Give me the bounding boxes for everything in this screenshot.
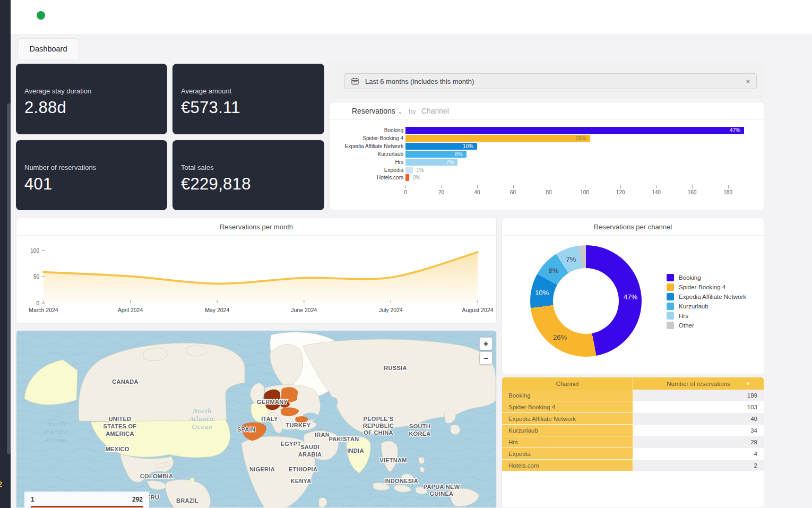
table-row[interactable]: Hrs29: [502, 436, 764, 448]
bar-value-label: 26%: [576, 135, 586, 142]
bar-category-label: Spider-Booking 4: [330, 135, 403, 142]
ocean-label: North: [192, 407, 211, 415]
bar-category-label: Hotels.com: [330, 174, 403, 181]
reservations-cell: 2: [633, 460, 764, 471]
x-axis-tick: [728, 185, 729, 188]
chevron-down-icon[interactable]: ⌄: [398, 109, 402, 115]
sidebar-scrollbar[interactable]: [7, 104, 11, 454]
map-zoom-out-button[interactable]: −: [479, 351, 493, 365]
world-map[interactable]: CANADAUNITEDSTATES OFAMERICAMEXICOCOLOMB…: [16, 331, 497, 508]
bar: [405, 167, 413, 174]
legend-item[interactable]: Expedia Affiliate Network: [667, 292, 746, 302]
table-row[interactable]: Expedia Affiliate Network40: [502, 413, 764, 425]
country-label: NIGERIA: [249, 466, 275, 472]
metric-dropdown[interactable]: Reservations: [352, 107, 395, 115]
brand-logo-dot-icon[interactable]: [37, 11, 45, 20]
kpi-card-average-amount: Average amount €573.11: [172, 64, 324, 134]
x-axis-tick-label: 180: [723, 190, 732, 195]
x-axis-tick-label: 100: [580, 190, 589, 195]
date-range-filter[interactable]: Last 6 months (includes this month) ×: [344, 73, 757, 89]
legend-swatch-icon: [667, 303, 674, 310]
x-axis-tick-label: 160: [688, 190, 697, 195]
country-label: BRAZIL: [176, 497, 198, 504]
column-header-channel[interactable]: Channel: [502, 377, 633, 390]
x-axis-tick: [585, 185, 585, 188]
reservations-cell: 103: [633, 401, 764, 413]
kpi-label: Average stay duration: [24, 87, 167, 95]
kpi-label: Total sales: [181, 163, 324, 171]
country-label: INDONESIA: [384, 478, 418, 484]
donut-chart: 47%26%10%8%7%: [530, 245, 642, 357]
legend-item[interactable]: Spider-Booking 4: [667, 282, 746, 292]
country-label: GUINEA: [430, 490, 454, 497]
legend-label: Booking: [679, 274, 701, 281]
channel-cell: Hrs: [502, 436, 633, 448]
legend-label: Kurzurlaub: [679, 303, 709, 309]
ocean-label: North: [46, 420, 65, 428]
x-axis-tick: [477, 185, 478, 188]
legend-item[interactable]: Hrs: [667, 311, 746, 321]
filter-clear-button[interactable]: ×: [746, 78, 750, 85]
country-label: ARABIA: [298, 451, 322, 458]
top-bar: [11, 0, 812, 35]
map-legend-max: 292: [132, 496, 143, 503]
dimension-dropdown[interactable]: Channel: [421, 107, 449, 115]
country-label: GERMANY: [257, 399, 288, 405]
country-label: ETHIOPIA: [289, 466, 317, 472]
sidebar-badge: 2: [0, 479, 2, 488]
donut-slice-label: 10%: [535, 289, 549, 297]
legend-swatch-icon: [667, 322, 674, 329]
country-label: PAKISTAN: [329, 436, 359, 442]
ocean-label: Atlantic: [188, 415, 215, 423]
country-label: ITALY: [261, 416, 278, 422]
country-label: SAUDI: [300, 444, 319, 450]
x-axis-tick: [656, 185, 657, 188]
legend-item[interactable]: Other: [667, 321, 746, 330]
x-axis-tick-label: April 2024: [118, 307, 143, 313]
legend-item[interactable]: Kurzurlaub: [667, 302, 746, 311]
column-header-reservations[interactable]: Number of reservations ▼: [633, 377, 764, 390]
x-axis-tick-label: 120: [616, 190, 625, 195]
country-label: KOREA: [409, 430, 430, 437]
channel-cell: Booking: [502, 390, 633, 401]
kpi-label: Number of reservations: [24, 163, 167, 171]
sort-desc-icon[interactable]: ▼: [746, 381, 750, 386]
x-axis-tick: [442, 185, 442, 188]
legend-swatch-icon: [667, 274, 674, 281]
channel-cell: Expedia: [502, 448, 633, 460]
table-row[interactable]: Spider-Booking 4103: [502, 401, 764, 413]
channel-cell: Kurzurlaub: [502, 425, 633, 436]
table-row[interactable]: Hotels.com2: [502, 460, 764, 471]
country-label: STATES OF: [103, 423, 137, 429]
table-row[interactable]: Expedia4: [502, 448, 764, 460]
country-label: REPUBLIC: [363, 423, 394, 429]
channel-table-card: Channel Number of reservations ▼ Booking…: [502, 377, 764, 508]
ocean-label: Ocean: [192, 423, 213, 430]
table-body: Booking189Spider-Booking 4103Expedia Aff…: [502, 390, 764, 471]
area-fill: [44, 252, 478, 303]
country-label: AMERICA: [106, 430, 134, 437]
table-row[interactable]: Kurzurlaub34: [502, 425, 764, 436]
legend-swatch-icon: [667, 283, 674, 291]
y-axis-tick-label: 50: [33, 274, 40, 280]
table-row[interactable]: Booking189: [502, 390, 764, 401]
tab-dashboard[interactable]: Dashboard: [18, 38, 79, 59]
kpi-value: €229,818: [181, 175, 324, 194]
x-axis-tick-label: 0: [404, 190, 407, 195]
reservations-cell: 34: [633, 425, 764, 436]
world-map-card[interactable]: CANADAUNITEDSTATES OFAMERICAMEXICOCOLOMB…: [16, 330, 497, 508]
legend-item[interactable]: Booking: [667, 273, 746, 282]
country-label: VIETNAM: [379, 457, 407, 463]
reservations-cell: 40: [633, 413, 764, 425]
x-axis-tick: [692, 185, 693, 188]
map-legend-gradient-bar: [31, 506, 143, 508]
donut-slice-label: 47%: [624, 293, 637, 301]
kpi-value: 2.88d: [24, 98, 167, 117]
map-zoom-in-button[interactable]: +: [479, 337, 493, 350]
country-label: PAPUA NEW: [424, 484, 460, 490]
country-label: RUSSIA: [384, 365, 407, 371]
collapsed-sidebar: 2: [0, 0, 11, 508]
bar-chart-card: Reservations ⌄ by Channel Booking47%Spid…: [330, 102, 764, 210]
x-axis-tick-label: 140: [652, 190, 661, 195]
calendar-icon: [351, 78, 359, 85]
